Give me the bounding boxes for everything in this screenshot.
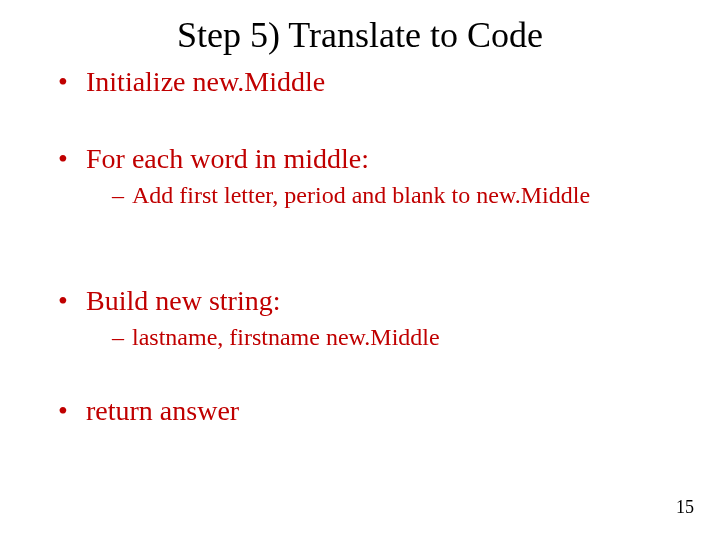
bullet-text: Build new string: [86,285,280,316]
bullet-item: Build new string: lastname, firstname ne… [58,283,680,353]
bullet-text: return answer [86,395,239,426]
spacer [58,99,680,141]
spacer [58,353,680,393]
slide: Step 5) Translate to Code Initialize new… [0,0,720,540]
bullet-list: Initialize new.Middle For each word in m… [58,64,680,428]
slide-content: Initialize new.Middle For each word in m… [0,64,720,428]
bullet-text: Initialize new.Middle [86,66,325,97]
bullet-item: return answer [58,393,680,428]
bullet-text: For each word in middle: [86,143,369,174]
sub-bullet-item: Add first letter, period and blank to ne… [112,180,680,211]
sub-bullet-item: lastname, firstname new.Middle [112,322,680,353]
spacer [58,211,680,283]
sub-bullet-list: Add first letter, period and blank to ne… [86,180,680,211]
page-number: 15 [676,497,694,518]
sub-bullet-list: lastname, firstname new.Middle [86,322,680,353]
bullet-item: For each word in middle: Add first lette… [58,141,680,211]
bullet-item: Initialize new.Middle [58,64,680,99]
sub-bullet-text: Add first letter, period and blank to ne… [132,182,590,208]
slide-title: Step 5) Translate to Code [0,0,720,64]
sub-bullet-text: lastname, firstname new.Middle [132,324,440,350]
